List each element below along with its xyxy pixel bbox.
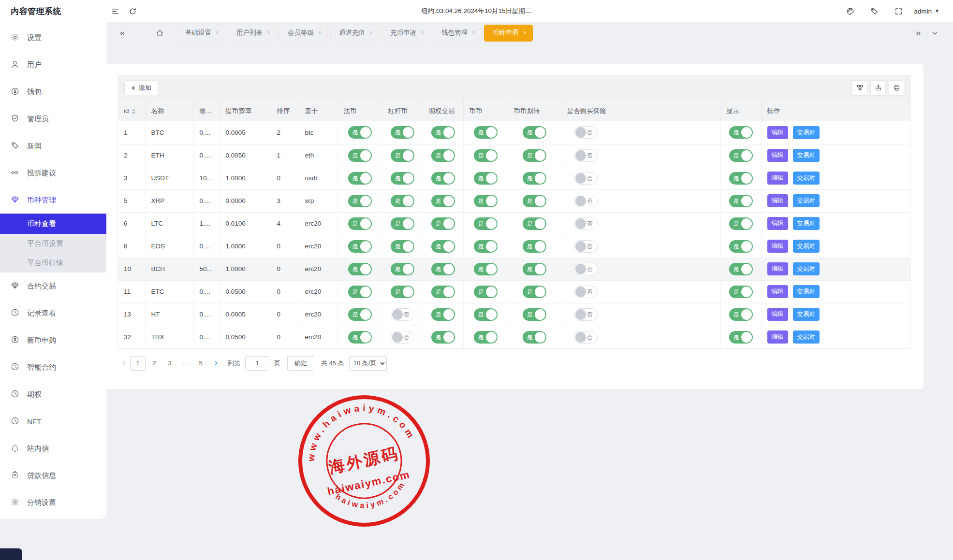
fiat-toggle[interactable]: 是	[348, 217, 372, 230]
transfer-toggle[interactable]: 是	[523, 195, 546, 207]
fullscreen-icon[interactable]	[890, 2, 907, 20]
insurance-toggle[interactable]: 否	[574, 331, 598, 344]
sidebar-item-6[interactable]: 币种管理	[0, 187, 106, 214]
column-header-10[interactable]: 币币划转	[508, 101, 561, 121]
column-header-5[interactable]: 基于	[299, 101, 337, 121]
trade-pair-button[interactable]: 交易对	[793, 172, 820, 185]
transfer-toggle[interactable]: 是	[523, 149, 546, 162]
fiat-toggle[interactable]: 是	[348, 172, 372, 185]
bottom-left-widget[interactable]	[0, 548, 22, 560]
show-toggle[interactable]: 是	[729, 126, 753, 139]
show-toggle[interactable]: 是	[729, 331, 753, 344]
tab-3[interactable]: 通道充值×	[330, 25, 379, 42]
tab-2[interactable]: 会员等级×	[279, 25, 328, 42]
coin-toggle[interactable]: 是	[474, 149, 498, 162]
edit-button[interactable]: 编辑	[767, 285, 788, 298]
page-button-3[interactable]: 3	[163, 357, 176, 370]
coin-toggle[interactable]: 是	[474, 126, 498, 139]
sidebar-item-3[interactable]: 管理员	[0, 105, 106, 132]
lever-toggle[interactable]: 是	[391, 126, 414, 139]
tab-4[interactable]: 充币申请×	[381, 25, 430, 42]
edit-button[interactable]: 编辑	[767, 126, 788, 139]
insurance-toggle[interactable]: 否	[574, 126, 598, 139]
sidebar-item-5[interactable]: 投拆建议	[0, 159, 106, 187]
tab-6[interactable]: 币种查看×	[484, 25, 533, 42]
column-header-13[interactable]: 操作	[761, 101, 911, 121]
edit-button[interactable]: 编辑	[767, 149, 788, 162]
edit-button[interactable]: 编辑	[767, 172, 788, 185]
sidebar-item-1[interactable]: 用户	[0, 51, 106, 78]
page-button-5[interactable]: 5	[194, 357, 207, 370]
fiat-toggle[interactable]: 是	[348, 149, 372, 162]
page-button-2[interactable]: 2	[147, 357, 161, 370]
trade-pair-button[interactable]: 交易对	[793, 285, 820, 298]
option-toggle[interactable]: 是	[431, 217, 455, 230]
lever-toggle[interactable]: 是	[391, 240, 414, 253]
lever-toggle[interactable]: 否	[391, 331, 414, 344]
lever-toggle[interactable]: 是	[391, 195, 414, 207]
column-header-9[interactable]: 币币	[463, 101, 508, 121]
edit-button[interactable]: 编辑	[767, 262, 788, 275]
coin-toggle[interactable]: 是	[474, 331, 498, 344]
tab-close-icon[interactable]: ×	[318, 29, 322, 36]
transfer-toggle[interactable]: 是	[523, 240, 546, 253]
user-menu[interactable]: admin ▼	[914, 8, 939, 15]
show-toggle[interactable]: 是	[729, 240, 753, 253]
transfer-toggle[interactable]: 是	[523, 126, 546, 139]
edit-button[interactable]: 编辑	[767, 308, 788, 321]
option-toggle[interactable]: 是	[431, 195, 455, 207]
show-toggle[interactable]: 是	[729, 195, 753, 207]
tab-close-icon[interactable]: ×	[216, 29, 219, 36]
lever-toggle[interactable]: 是	[391, 149, 414, 162]
fiat-toggle[interactable]: 是	[348, 195, 372, 207]
insurance-toggle[interactable]: 否	[574, 195, 598, 207]
theme-palette-icon[interactable]	[841, 2, 859, 20]
coin-toggle[interactable]: 是	[474, 308, 498, 321]
fiat-toggle[interactable]: 是	[348, 240, 372, 253]
option-toggle[interactable]: 是	[431, 263, 455, 275]
column-header-8[interactable]: 期权交易	[423, 101, 463, 121]
transfer-toggle[interactable]: 是	[523, 286, 546, 298]
lever-toggle[interactable]: 是	[391, 217, 414, 230]
sidebar-item-12[interactable]: NFT	[0, 408, 106, 435]
trade-pair-button[interactable]: 交易对	[793, 308, 820, 321]
home-tab-icon[interactable]	[156, 29, 164, 37]
trade-pair-button[interactable]: 交易对	[793, 240, 820, 253]
transfer-toggle[interactable]: 是	[523, 331, 546, 344]
sidebar-subitem-6-0[interactable]: 币种查看	[0, 214, 106, 234]
sidebar-item-2[interactable]: 钱包	[0, 78, 106, 105]
transfer-toggle[interactable]: 是	[523, 263, 546, 275]
option-toggle[interactable]: 是	[431, 286, 455, 298]
tab-1[interactable]: 用户列表×	[228, 25, 277, 42]
insurance-toggle[interactable]: 否	[574, 149, 598, 162]
trade-pair-button[interactable]: 交易对	[793, 330, 820, 344]
sidebar-item-13[interactable]: 站内信	[0, 435, 106, 462]
lever-toggle[interactable]: 是	[391, 172, 414, 185]
column-header-2[interactable]: 最...	[193, 101, 220, 121]
sidebar-item-7[interactable]: 合约交易	[0, 273, 106, 300]
tab-0[interactable]: 基础设置×	[176, 25, 225, 42]
option-toggle[interactable]: 是	[431, 331, 455, 344]
sidebar-item-9[interactable]: 新币申购	[0, 327, 106, 354]
tab-5[interactable]: 钱包管理×	[433, 25, 482, 42]
sort-icon[interactable]	[132, 108, 136, 115]
coin-toggle[interactable]: 是	[474, 263, 498, 275]
fiat-toggle[interactable]: 是	[348, 263, 372, 275]
tab-close-icon[interactable]: ×	[369, 29, 373, 36]
tabs-scroll-right-icon[interactable]: »	[916, 29, 921, 37]
coin-toggle[interactable]: 是	[474, 217, 498, 230]
column-header-6[interactable]: 法币	[337, 101, 382, 121]
insurance-toggle[interactable]: 否	[574, 240, 598, 253]
column-header-3[interactable]: 提币费率	[220, 101, 271, 121]
tab-close-icon[interactable]: ×	[523, 29, 527, 36]
tabs-menu-chevron-icon[interactable]	[931, 29, 938, 37]
show-toggle[interactable]: 是	[729, 286, 753, 298]
print-icon[interactable]	[889, 80, 904, 96]
fiat-toggle[interactable]: 是	[348, 331, 372, 344]
trade-pair-button[interactable]: 交易对	[793, 149, 820, 162]
coin-toggle[interactable]: 是	[474, 195, 498, 207]
columns-filter-icon[interactable]	[852, 80, 867, 96]
coin-toggle[interactable]: 是	[474, 240, 498, 253]
lever-toggle[interactable]: 是	[391, 263, 414, 275]
coin-toggle[interactable]: 是	[474, 172, 498, 185]
